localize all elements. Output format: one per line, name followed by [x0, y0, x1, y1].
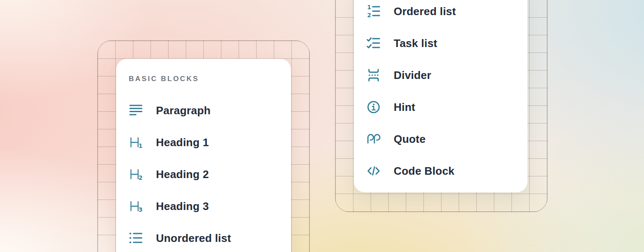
- heading-1-icon: 1: [129, 135, 143, 150]
- menu-item-label: Ordered list: [394, 5, 456, 18]
- menu-item-label: Heading 3: [156, 200, 209, 213]
- ordered-list-icon: 12: [366, 4, 381, 18]
- menu-item-label: Hint: [394, 101, 415, 114]
- advanced-blocks-items: 12Ordered listTask listDividerHintQuoteC…: [354, 0, 527, 187]
- advanced-blocks-menu: 12Ordered listTask listDividerHintQuoteC…: [354, 0, 527, 192]
- menu-item-label: Heading 2: [156, 168, 209, 181]
- menu-item-label: Paragraph: [156, 104, 210, 117]
- menu-item-label: Quote: [394, 133, 426, 146]
- menu-item-heading-3[interactable]: 3Heading 3: [116, 190, 291, 222]
- heading-2-icon: 2: [129, 167, 143, 181]
- menu-item-ordered-list[interactable]: 12Ordered list: [354, 0, 527, 27]
- menu-item-hint[interactable]: Hint: [354, 91, 527, 123]
- svg-text:1: 1: [367, 4, 371, 10]
- menu-item-code-block[interactable]: Code Block: [354, 155, 527, 187]
- task-list-icon: [366, 36, 381, 50]
- paragraph-icon: [129, 103, 143, 118]
- menu-item-quote[interactable]: Quote: [354, 123, 527, 155]
- menu-item-label: Code Block: [394, 165, 454, 178]
- menu-item-label: Unordered list: [156, 232, 231, 245]
- menu-item-label: Heading 1: [156, 136, 209, 149]
- menu-item-heading-2[interactable]: 2Heading 2: [116, 158, 291, 190]
- hint-icon: [366, 100, 381, 114]
- svg-text:2: 2: [139, 175, 143, 181]
- basic-blocks-menu: BASIC BLOCKS Paragraph1Heading 12Heading…: [116, 59, 291, 252]
- heading-3-icon: 3: [129, 199, 143, 213]
- menu-item-task-list[interactable]: Task list: [354, 27, 527, 59]
- quote-icon: [366, 132, 381, 146]
- svg-text:3: 3: [139, 207, 143, 213]
- code-block-icon: [366, 164, 381, 178]
- menu-item-label: Divider: [394, 69, 431, 82]
- basic-blocks-title: BASIC BLOCKS: [129, 74, 291, 84]
- menu-item-unordered-list[interactable]: Unordered list: [116, 222, 291, 252]
- svg-text:1: 1: [139, 143, 143, 149]
- basic-blocks-items: Paragraph1Heading 12Heading 23Heading 3U…: [116, 94, 291, 252]
- svg-text:2: 2: [367, 12, 371, 18]
- unordered-list-icon: [129, 231, 143, 245]
- menu-item-label: Task list: [394, 37, 437, 50]
- divider-icon: [366, 68, 381, 82]
- menu-item-paragraph[interactable]: Paragraph: [116, 94, 291, 126]
- menu-item-divider[interactable]: Divider: [354, 59, 527, 91]
- menu-item-heading-1[interactable]: 1Heading 1: [116, 126, 291, 158]
- page-background: BASIC BLOCKS Paragraph1Heading 12Heading…: [0, 0, 644, 252]
